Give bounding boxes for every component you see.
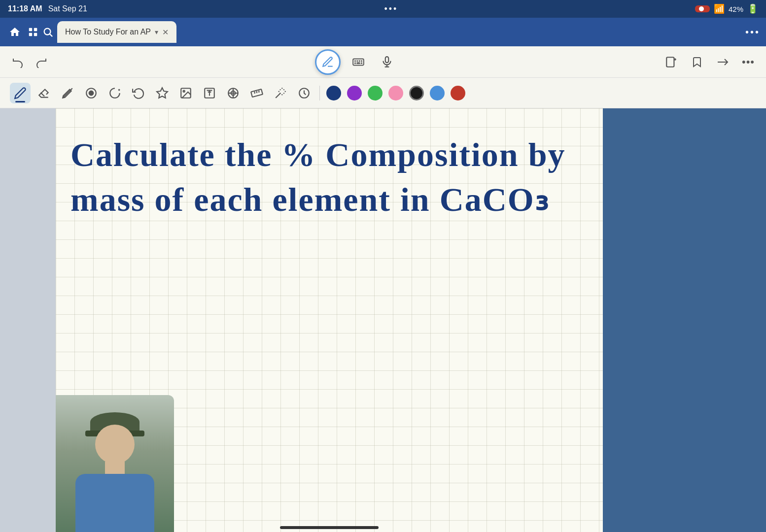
canvas-text-line2: mass of each element in CaCO₃ [70, 176, 588, 223]
apps-grid-btn[interactable] [28, 27, 38, 37]
notebook-page[interactable]: Calculate the % Composition by mass of e… [56, 108, 603, 532]
color-black[interactable] [409, 86, 424, 100]
recording-indicator [695, 5, 710, 12]
svg-point-22 [89, 91, 94, 95]
pencil-tool[interactable] [57, 83, 78, 103]
svg-line-20 [63, 88, 72, 98]
tab-title: How To Study For an AP [65, 28, 151, 36]
ruler-tool[interactable] [246, 83, 267, 103]
redo-button[interactable] [32, 52, 51, 72]
active-indicator [15, 101, 25, 102]
lasso-tool[interactable] [104, 83, 125, 103]
svg-rect-1 [34, 28, 37, 31]
active-tab[interactable]: How To Study For an AP ▾ ✕ [57, 21, 176, 43]
svg-line-5 [50, 34, 52, 36]
undo-icon [12, 56, 24, 68]
select-icon [132, 87, 145, 100]
color-red[interactable] [451, 86, 465, 100]
battery-icon: 🔋 [747, 3, 758, 14]
right-area [603, 108, 766, 532]
scan-icon [227, 87, 240, 100]
status-center-dots: ••• [384, 4, 398, 14]
microphone-button[interactable] [376, 51, 398, 73]
home-icon [9, 26, 21, 38]
three-dots-menu[interactable]: ••• [745, 27, 760, 38]
lasso-icon [108, 87, 121, 100]
redo-icon [35, 56, 47, 68]
color-separator [319, 86, 320, 100]
status-left: 11:18 AM Sat Sep 21 [8, 4, 87, 13]
color-blue[interactable] [430, 86, 445, 100]
svg-rect-17 [666, 57, 674, 67]
keyboard-button[interactable] [348, 52, 368, 72]
scan-tool[interactable] [223, 83, 244, 103]
svg-point-25 [183, 90, 185, 92]
svg-rect-14 [385, 57, 389, 63]
wand-tool[interactable] [270, 83, 291, 103]
svg-point-4 [44, 29, 51, 35]
wifi-icon: 📶 [714, 3, 725, 14]
search-icon [42, 27, 53, 37]
tab-chevron-icon: ▾ [155, 28, 158, 36]
share-button[interactable] [713, 52, 732, 72]
text-tool[interactable] [199, 83, 220, 103]
wand-icon [274, 87, 287, 100]
highlighter-icon [85, 87, 98, 100]
status-right: 📶 42% 🔋 [695, 3, 758, 14]
pen-tool[interactable] [10, 83, 31, 103]
add-page-icon [665, 56, 678, 68]
canvas-text-line1: Calculate the % Composition by [70, 133, 588, 176]
bookmark-button[interactable] [687, 52, 707, 72]
share-icon [717, 56, 729, 68]
microphone-icon [381, 56, 393, 68]
image-tool[interactable] [175, 83, 196, 103]
svg-rect-6 [353, 59, 364, 65]
image-icon [179, 87, 192, 100]
person-silhouette [56, 395, 174, 532]
pen-draw-icon [14, 87, 27, 100]
person-body [75, 474, 154, 532]
ruler-icon [250, 87, 263, 100]
search-btn[interactable] [42, 27, 53, 37]
toolbar-center [53, 49, 660, 75]
status-date: Sat Sep 21 [48, 4, 87, 13]
add-page-button[interactable] [662, 52, 681, 72]
person-head [95, 425, 135, 464]
pen-center-button[interactable] [315, 49, 341, 75]
bookmark-icon [691, 56, 703, 68]
shape-tool[interactable] [152, 83, 173, 103]
home-indicator [280, 526, 379, 529]
tab-bar: How To Study For an AP ▾ ✕ ••• [0, 18, 766, 46]
pen-center-icon [321, 56, 334, 68]
color-pink[interactable] [388, 86, 403, 100]
keyboard-icon [352, 56, 365, 68]
pencil-icon [61, 87, 74, 100]
history-icon [298, 87, 311, 100]
history-tool[interactable] [294, 83, 314, 103]
undo-button[interactable] [8, 52, 28, 72]
recording-dot [699, 6, 704, 11]
color-dark-blue[interactable] [326, 86, 341, 100]
eraser-icon [37, 87, 50, 100]
handwritten-content: Calculate the % Composition by mass of e… [70, 133, 588, 224]
canvas-area[interactable]: Calculate the % Composition by mass of e… [0, 108, 766, 532]
text-icon [203, 87, 216, 100]
tab-close-button[interactable]: ✕ [162, 28, 169, 37]
drawing-toolbar [0, 78, 766, 108]
svg-rect-3 [34, 33, 37, 36]
apps-icon [28, 27, 38, 37]
toolbar-right: ••• [662, 52, 758, 72]
shape-icon [156, 87, 169, 100]
svg-rect-0 [29, 28, 32, 31]
select-tool[interactable] [128, 83, 149, 103]
status-time: 11:18 AM [8, 4, 42, 13]
svg-rect-2 [29, 33, 32, 36]
color-purple[interactable] [347, 86, 362, 100]
eraser-tool[interactable] [34, 83, 54, 103]
webcam-overlay [56, 395, 174, 532]
color-green[interactable] [368, 86, 383, 100]
main-toolbar: ••• [0, 46, 766, 78]
highlighter-tool[interactable] [81, 83, 102, 103]
more-options-button[interactable]: ••• [738, 52, 758, 72]
home-button[interactable] [6, 23, 24, 41]
